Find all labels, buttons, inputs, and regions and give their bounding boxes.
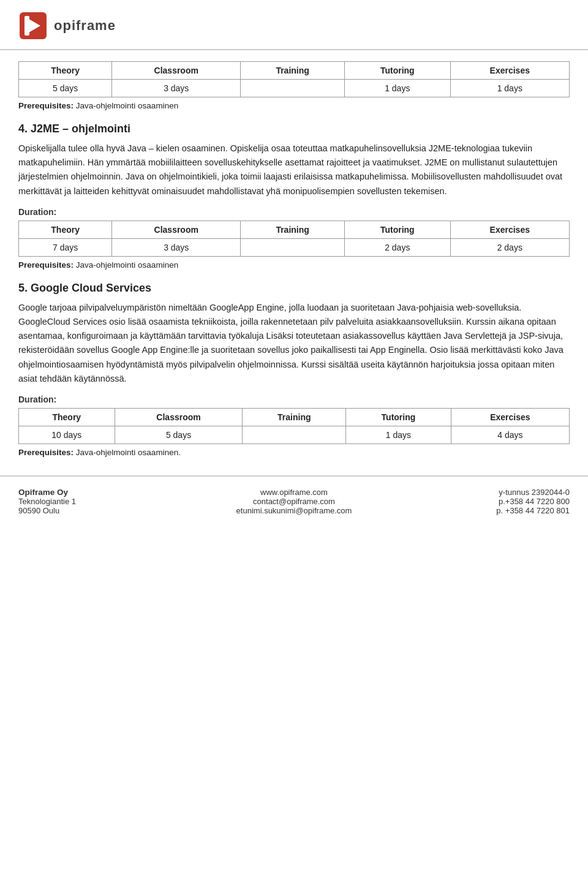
section-4-prerequisites: Prerequisites: Java-ohjelmointi osaamine…: [18, 260, 570, 270]
top-duration-section: Theory Classroom Training Tutoring Exerc…: [18, 61, 570, 110]
svg-rect-2: [24, 16, 29, 36]
section-5-duration-table: Theory Classroom Training Tutoring Exerc…: [18, 408, 570, 444]
top-prerequisites-text: Java-ohjelmointi osaaminen: [76, 101, 178, 110]
top-row: 5 days 3 days 1 days 1 days: [19, 80, 570, 97]
s5-header-tutoring: Tutoring: [346, 408, 451, 426]
section-5-duration-label: Duration:: [18, 395, 570, 404]
header: opiframe: [0, 0, 588, 50]
s4-prerequisites-text: Java-ohjelmointi osaaminen: [76, 260, 178, 270]
s4-cell-theory: 7 days: [19, 238, 112, 256]
s4-header-exercises: Exercises: [450, 221, 569, 238]
top-cell-training: [241, 80, 345, 97]
top-prerequisites-label: Prerequisites:: [18, 101, 74, 110]
section-5: 5. Google Cloud Services Google tarjoaa …: [18, 282, 570, 457]
section-5-title: Google Cloud Services: [31, 282, 151, 294]
main-content: Theory Classroom Training Tutoring Exerc…: [0, 50, 588, 457]
footer-address2: 90590 Oulu: [18, 506, 59, 515]
s5-header-classroom: Classroom: [115, 408, 243, 426]
section-4-number: 4.: [18, 123, 28, 135]
top-header-tutoring: Tutoring: [344, 62, 450, 80]
section-4-title: J2ME – ohjelmointi: [31, 123, 130, 135]
section-5-body: Google tarjoaa pilvipalveluympäristön ni…: [18, 301, 570, 386]
s5-header-theory: Theory: [19, 408, 115, 426]
footer-phone1: p.+358 44 7220 800: [499, 497, 570, 506]
section-4-duration-table: Theory Classroom Training Tutoring Exerc…: [18, 221, 570, 257]
top-cell-theory: 5 days: [19, 80, 112, 97]
logo: opiframe: [18, 11, 116, 40]
footer: Opiframe Oy Teknologiantie 1 90590 Oulu …: [0, 475, 588, 524]
s5-cell-tutoring: 1 days: [346, 426, 451, 444]
section-4-body: Opiskelijalla tulee olla hyvä Java – kie…: [18, 142, 570, 198]
footer-col-2: www.opiframe.com contact@opiframe.com et…: [202, 488, 386, 515]
footer-address1: Teknologiantie 1: [18, 497, 76, 506]
top-cell-exercises: 1 days: [450, 80, 569, 97]
s5-row: 10 days 5 days 1 days 4 days: [19, 426, 570, 444]
footer-email1: contact@opiframe.com: [253, 497, 335, 506]
s5-cell-theory: 10 days: [19, 426, 115, 444]
s4-cell-training: [241, 238, 345, 256]
top-header-classroom: Classroom: [112, 62, 241, 80]
s5-header-exercises: Exercises: [451, 408, 569, 426]
section-4-heading: 4. J2ME – ohjelmointi: [18, 123, 570, 135]
s4-header-tutoring: Tutoring: [344, 221, 450, 238]
logo-text: opiframe: [54, 18, 116, 34]
top-header-exercises: Exercises: [450, 62, 569, 80]
section-4-duration-label: Duration:: [18, 207, 570, 217]
s5-cell-exercises: 4 days: [451, 426, 569, 444]
s5-prerequisites-text: Java-ohjelmointi osaaminen.: [76, 448, 181, 457]
section-5-number: 5.: [18, 282, 28, 294]
s4-cell-tutoring: 2 days: [344, 238, 450, 256]
footer-col-3: y-tunnus 2392044-0 p.+358 44 7220 800 p.…: [386, 488, 570, 515]
top-prerequisites: Prerequisites: Java-ohjelmointi osaamine…: [18, 101, 570, 110]
footer-company: Opiframe Oy: [18, 488, 68, 497]
section-4: 4. J2ME – ohjelmointi Opiskelijalla tule…: [18, 123, 570, 270]
s4-prerequisites-label: Prerequisites:: [18, 260, 74, 270]
s5-cell-training: [243, 426, 346, 444]
s4-header-training: Training: [241, 221, 345, 238]
s4-row: 7 days 3 days 2 days 2 days: [19, 238, 570, 256]
s4-cell-exercises: 2 days: [450, 238, 569, 256]
section-5-prerequisites: Prerequisites: Java-ohjelmointi osaamine…: [18, 448, 570, 457]
footer-website: www.opiframe.com: [260, 488, 328, 497]
opiframe-logo-icon: [18, 11, 48, 40]
top-header-theory: Theory: [19, 62, 112, 80]
footer-col-1: Opiframe Oy Teknologiantie 1 90590 Oulu: [18, 488, 202, 515]
footer-email2: etunimi.sukunimi@opiframe.com: [236, 506, 352, 515]
top-cell-classroom: 3 days: [112, 80, 241, 97]
s5-prerequisites-label: Prerequisites:: [18, 448, 74, 457]
footer-ytunnus: y-tunnus 2392044-0: [499, 488, 570, 497]
s4-header-theory: Theory: [19, 221, 112, 238]
s5-header-training: Training: [243, 408, 346, 426]
s5-cell-classroom: 5 days: [115, 426, 243, 444]
top-duration-table: Theory Classroom Training Tutoring Exerc…: [18, 61, 570, 97]
s4-header-classroom: Classroom: [112, 221, 241, 238]
top-cell-tutoring: 1 days: [344, 80, 450, 97]
s4-cell-classroom: 3 days: [112, 238, 241, 256]
top-header-training: Training: [241, 62, 345, 80]
section-5-heading: 5. Google Cloud Services: [18, 282, 570, 295]
footer-phone2: p. +358 44 7220 801: [496, 506, 570, 515]
